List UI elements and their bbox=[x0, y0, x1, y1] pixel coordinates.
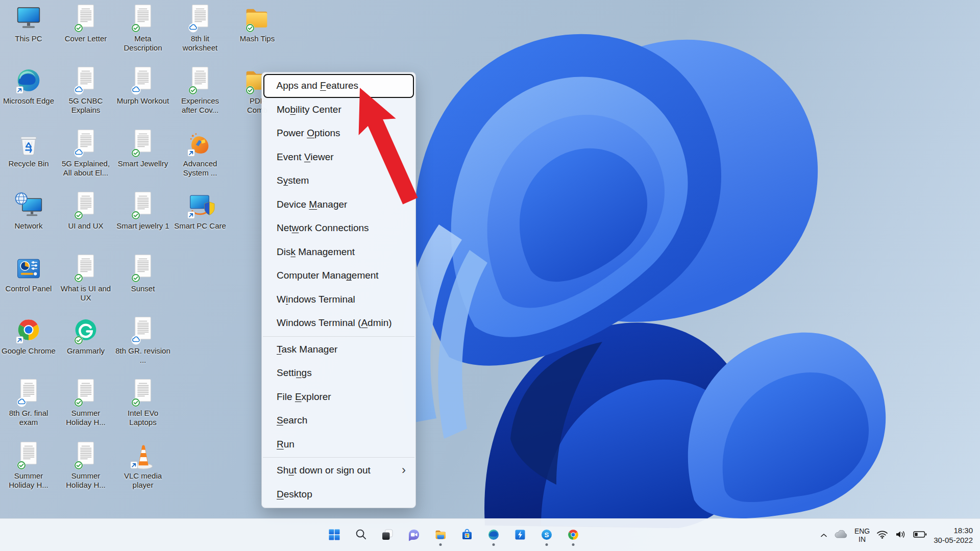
menu-item-device-manager[interactable]: Device Manager bbox=[263, 193, 414, 217]
desktop-icon-label: Summer Holiday H... bbox=[1, 471, 56, 490]
this-pc-icon bbox=[14, 4, 43, 33]
desktop-icon-summer-holiday-h[interactable]: Summer Holiday H... bbox=[58, 441, 113, 490]
taskbar: S ENG IN bbox=[0, 518, 980, 551]
desktop-icon-meta-description[interactable]: Meta Description bbox=[115, 4, 170, 53]
desktop-icon-microsoft-edge[interactable]: Microsoft Edge bbox=[1, 66, 56, 106]
doc-icon bbox=[71, 66, 101, 95]
taskbar-task-view-button[interactable] bbox=[376, 524, 399, 546]
doc-icon bbox=[71, 441, 101, 470]
menu-item-file-explorer[interactable]: File Explorer bbox=[263, 385, 414, 409]
taskbar-file-explorer-button[interactable] bbox=[429, 524, 452, 546]
desktop-icon-google-chrome[interactable]: Google Chrome bbox=[1, 316, 56, 356]
doc-icon bbox=[71, 191, 101, 220]
desktop-icon-label: Microsoft Edge bbox=[3, 96, 54, 106]
menu-item-shut-down-or-sign-out[interactable]: Shut down or sign out› bbox=[263, 459, 414, 483]
desktop-icon-vlc-media-player[interactable]: VLC media player bbox=[115, 441, 170, 490]
menu-item-run[interactable]: Run bbox=[263, 433, 414, 457]
menu-item-label: System bbox=[277, 175, 309, 186]
menu-item-system[interactable]: System bbox=[263, 169, 414, 193]
grammarly-icon bbox=[71, 316, 101, 345]
desktop-icon-label: Intel EVo Laptops bbox=[115, 409, 170, 427]
menu-item-event-viewer[interactable]: Event Viewer bbox=[263, 145, 414, 169]
desktop-icon-advanced-system[interactable]: Advanced System ... bbox=[173, 129, 228, 178]
menu-item-computer-management[interactable]: Computer Management bbox=[263, 264, 414, 288]
edge-icon bbox=[14, 66, 43, 95]
desktop-icon-label: Mash Tips bbox=[240, 34, 275, 43]
running-indicator-dot bbox=[572, 543, 575, 546]
desktop-icon-sunset[interactable]: Sunset bbox=[115, 254, 170, 293]
desktop-icon-summer-holiday-h[interactable]: Summer Holiday H... bbox=[58, 379, 113, 427]
desktop-icon-this-pc[interactable]: This PC bbox=[1, 4, 56, 43]
desktop-icon-murph-workout[interactable]: Murph Workout bbox=[115, 66, 170, 106]
desktop-icon-label: Smart jewelry 1 bbox=[116, 221, 169, 231]
menu-item-windows-terminal[interactable]: Windows Terminal bbox=[263, 288, 414, 312]
taskbar-chat-button[interactable] bbox=[403, 524, 425, 546]
language-switcher[interactable]: ENG IN bbox=[854, 527, 870, 543]
desktop-icon-summer-holiday-h[interactable]: Summer Holiday H... bbox=[1, 441, 56, 490]
desktop-icon-5g-explained-all-about-el[interactable]: 5G Explained, All about El... bbox=[58, 129, 113, 178]
taskbar-search-button[interactable] bbox=[350, 524, 372, 546]
taskbar-chrome-button[interactable] bbox=[562, 524, 584, 546]
taskbar-start-button[interactable] bbox=[323, 524, 346, 546]
menu-item-label: Computer Management bbox=[277, 270, 379, 281]
menu-item-label: Device Manager bbox=[277, 199, 347, 210]
doc-icon bbox=[71, 379, 101, 408]
menu-item-label: Apps and Features bbox=[277, 80, 359, 91]
menu-item-apps-and-features[interactable]: Apps and Features bbox=[263, 74, 414, 98]
edge-icon bbox=[487, 528, 500, 543]
desktop-icon-label: Cover Letter bbox=[65, 34, 107, 43]
menu-item-settings[interactable]: Settings bbox=[263, 361, 414, 385]
desktop-icon-ui-and-ux[interactable]: UI and UX bbox=[58, 191, 113, 231]
desktop-icon-8th-gr-final-exam[interactable]: 8th Gr. final exam bbox=[1, 379, 56, 427]
folder-icon bbox=[242, 4, 272, 33]
desktop-icon-5g-cnbc-explains[interactable]: 5G CNBC Explains bbox=[58, 66, 113, 115]
menu-item-disk-management[interactable]: Disk Management bbox=[263, 240, 414, 264]
taskbar-lightning-app-button[interactable] bbox=[509, 524, 531, 546]
menu-item-search[interactable]: Search bbox=[263, 409, 414, 433]
onedrive-tray-button[interactable] bbox=[834, 530, 848, 540]
taskbar-store-button[interactable] bbox=[456, 524, 478, 546]
menu-item-windows-terminal-admin[interactable]: Windows Terminal (Admin) bbox=[263, 311, 414, 335]
menu-item-network-connections[interactable]: Network Connections bbox=[263, 216, 414, 240]
desktop-icon-intel-evo-laptops[interactable]: Intel EVo Laptops bbox=[115, 379, 170, 427]
vlc-icon bbox=[128, 441, 158, 470]
desktop-icon-8th-gr-revision[interactable]: 8th GR. revision ... bbox=[115, 316, 170, 365]
aso-icon bbox=[185, 129, 215, 158]
volume-icon bbox=[895, 530, 906, 540]
desktop-icon-experinces-after-cov[interactable]: Experinces after Cov... bbox=[173, 66, 228, 115]
clock[interactable]: 18:30 30-05-2022 bbox=[934, 525, 976, 545]
chrome-icon bbox=[567, 528, 580, 543]
desktop-icon-smart-jewelry-1[interactable]: Smart jewelry 1 bbox=[115, 191, 170, 231]
taskbar-edge-button[interactable] bbox=[482, 524, 505, 546]
desktop-icon-label: 8th GR. revision ... bbox=[115, 346, 170, 365]
menu-item-label: Windows Terminal bbox=[277, 294, 355, 305]
desktop-icon-grammarly[interactable]: Grammarly bbox=[58, 316, 113, 356]
desktop-icon-mash-tips[interactable]: Mash Tips bbox=[230, 4, 285, 43]
taskbar-center-icons: S bbox=[323, 519, 584, 551]
menu-item-label: Run bbox=[277, 439, 295, 450]
quick-settings-button[interactable] bbox=[876, 530, 927, 540]
desktop-icon-what-is-ui-and-ux[interactable]: What is UI and UX bbox=[58, 254, 113, 303]
desktop-icon-label: Summer Holiday H... bbox=[58, 471, 113, 490]
menu-item-mobility-center[interactable]: Mobility Center bbox=[263, 98, 414, 122]
start-icon bbox=[328, 528, 341, 543]
language-line1: ENG bbox=[854, 527, 870, 535]
desktop[interactable]: This PCCover LetterMeta Description8th l… bbox=[0, 0, 980, 551]
desktop-icon-recycle-bin[interactable]: Recycle Bin bbox=[1, 129, 56, 168]
desktop-icon-label: Sunset bbox=[131, 284, 155, 293]
desktop-icon-network[interactable]: Network bbox=[1, 191, 56, 231]
desktop-icon-smart-pc-care[interactable]: Smart PC Care bbox=[173, 191, 228, 231]
desktop-icon-cover-letter[interactable]: Cover Letter bbox=[58, 4, 113, 43]
menu-item-task-manager[interactable]: Task Manager bbox=[263, 338, 414, 362]
menu-item-label: Power Options bbox=[277, 128, 340, 139]
desktop-icon-label: What is UI and UX bbox=[58, 284, 113, 303]
taskbar-skype-button[interactable]: S bbox=[535, 524, 558, 546]
tray-overflow-button[interactable] bbox=[820, 532, 827, 539]
desktop-icon-label: Advanced System ... bbox=[173, 159, 228, 178]
menu-item-power-options[interactable]: Power Options bbox=[263, 121, 414, 145]
menu-item-desktop[interactable]: Desktop bbox=[263, 483, 414, 507]
desktop-icon-control-panel[interactable]: Control Panel bbox=[1, 254, 56, 293]
desktop-icon-smart-jewellry[interactable]: Smart Jewellry bbox=[115, 129, 170, 168]
doc-icon bbox=[128, 129, 158, 158]
desktop-icon-8th-lit-worksheet[interactable]: 8th lit worksheet bbox=[173, 4, 228, 53]
